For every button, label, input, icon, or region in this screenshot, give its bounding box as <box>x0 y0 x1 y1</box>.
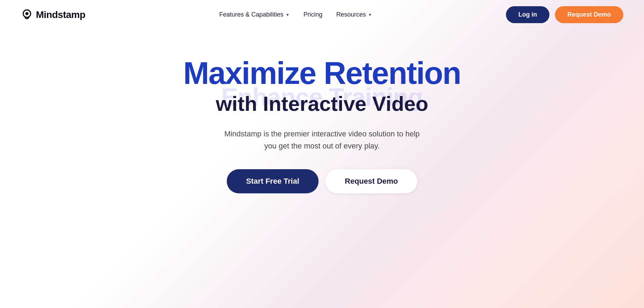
logo-icon <box>21 9 33 21</box>
hero-section: Maximize Retention Enhance Training with… <box>0 29 644 221</box>
chevron-down-icon: ▼ <box>285 12 290 17</box>
nav-links: Features & Capabilities ▼ Pricing Resour… <box>219 11 372 18</box>
request-demo-nav-button[interactable]: Request Demo <box>555 6 623 23</box>
login-button[interactable]: Log in <box>506 6 549 23</box>
request-demo-hero-button[interactable]: Request Demo <box>325 169 417 193</box>
nav-item-resources[interactable]: Resources ▼ <box>336 11 372 18</box>
chevron-down-icon-resources: ▼ <box>368 12 372 17</box>
nav-item-pricing[interactable]: Pricing <box>303 11 322 18</box>
hero-title-main: Maximize Retention <box>183 57 461 90</box>
logo-text: Mindstamp <box>36 9 85 20</box>
svg-point-1 <box>26 12 29 15</box>
hero-description: Mindstamp is the premier interactive vid… <box>218 128 426 152</box>
hero-buttons: Start Free Trial Request Demo <box>227 169 417 193</box>
start-free-trial-button[interactable]: Start Free Trial <box>227 169 319 193</box>
logo[interactable]: Mindstamp <box>21 9 85 21</box>
nav-item-features[interactable]: Features & Capabilities ▼ <box>219 11 290 18</box>
navbar: Mindstamp Features & Capabilities ▼ Pric… <box>0 0 644 29</box>
nav-actions: Log in Request Demo <box>506 6 623 23</box>
hero-subtitle: with Interactive Video <box>216 93 428 115</box>
